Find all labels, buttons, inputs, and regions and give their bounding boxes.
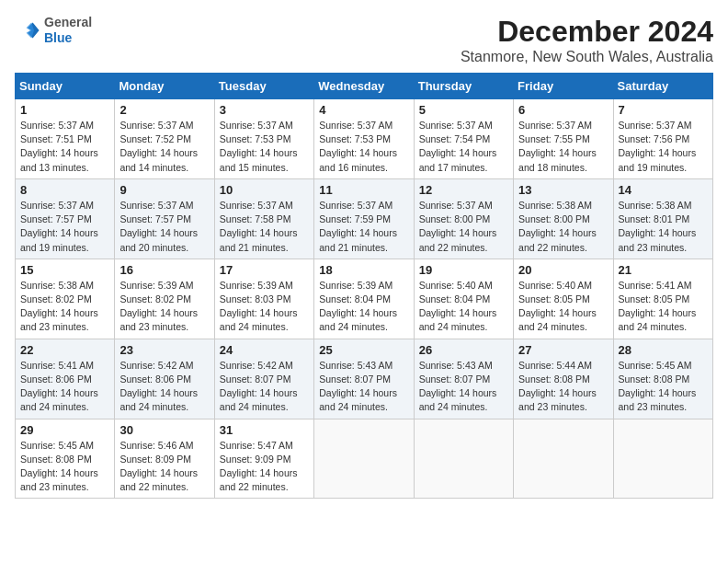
calendar-cell-17: 17Sunrise: 5:39 AMSunset: 8:03 PMDayligh… (214, 259, 313, 339)
calendar-cell-empty (613, 419, 712, 499)
calendar-cell-9: 9Sunrise: 5:37 AMSunset: 7:57 PMDaylight… (115, 178, 214, 259)
calendar-week-4: 29Sunrise: 5:45 AMSunset: 8:08 PMDayligh… (16, 419, 713, 499)
calendar-cell-6: 6Sunrise: 5:37 AMSunset: 7:55 PMDaylight… (514, 99, 613, 179)
calendar-week-3: 22Sunrise: 5:41 AMSunset: 8:06 PMDayligh… (16, 339, 713, 419)
header-tuesday: Tuesday (214, 74, 313, 99)
calendar-cell-31: 31Sunrise: 5:47 AMSunset: 9:09 PMDayligh… (214, 419, 313, 499)
calendar-cell-1: 1Sunrise: 5:37 AMSunset: 7:51 PMDaylight… (16, 99, 115, 179)
page-title: December 2024 (461, 15, 713, 49)
calendar-cell-20: 20Sunrise: 5:40 AMSunset: 8:05 PMDayligh… (514, 259, 613, 339)
logo: General Blue (15, 15, 92, 46)
page-header: General Blue December 2024 Stanmore, New… (15, 15, 713, 65)
calendar-cell-21: 21Sunrise: 5:41 AMSunset: 8:05 PMDayligh… (613, 259, 712, 339)
calendar-cell-27: 27Sunrise: 5:44 AMSunset: 8:08 PMDayligh… (514, 339, 613, 419)
logo-line1: General (44, 15, 92, 30)
calendar-cell-14: 14Sunrise: 5:38 AMSunset: 8:01 PMDayligh… (613, 178, 712, 259)
calendar-cell-empty (514, 419, 613, 499)
calendar-cell-13: 13Sunrise: 5:38 AMSunset: 8:00 PMDayligh… (514, 178, 613, 259)
calendar-cell-8: 8Sunrise: 5:37 AMSunset: 7:57 PMDaylight… (16, 178, 115, 259)
logo-text: General Blue (44, 15, 92, 46)
calendar-cell-23: 23Sunrise: 5:42 AMSunset: 8:06 PMDayligh… (115, 339, 214, 419)
header-friday: Friday (514, 74, 613, 99)
calendar-cell-30: 30Sunrise: 5:46 AMSunset: 8:09 PMDayligh… (115, 419, 214, 499)
calendar-week-0: 1Sunrise: 5:37 AMSunset: 7:51 PMDaylight… (16, 99, 713, 179)
calendar-header-row: Sunday Monday Tuesday Wednesday Thursday… (16, 74, 713, 99)
logo-icon (15, 17, 40, 43)
header-monday: Monday (115, 74, 214, 99)
calendar-cell-empty (314, 419, 414, 499)
calendar-cell-5: 5Sunrise: 5:37 AMSunset: 7:54 PMDaylight… (414, 99, 513, 179)
header-thursday: Thursday (414, 74, 513, 99)
calendar-cell-26: 26Sunrise: 5:43 AMSunset: 8:07 PMDayligh… (414, 339, 513, 419)
calendar-cell-15: 15Sunrise: 5:38 AMSunset: 8:02 PMDayligh… (16, 259, 115, 339)
calendar-cell-10: 10Sunrise: 5:37 AMSunset: 7:58 PMDayligh… (214, 178, 313, 259)
calendar-cell-4: 4Sunrise: 5:37 AMSunset: 7:53 PMDaylight… (314, 99, 414, 179)
calendar-cell-2: 2Sunrise: 5:37 AMSunset: 7:52 PMDaylight… (115, 99, 214, 179)
header-wednesday: Wednesday (314, 74, 414, 99)
calendar-cell-19: 19Sunrise: 5:40 AMSunset: 8:04 PMDayligh… (414, 259, 513, 339)
calendar-cell-7: 7Sunrise: 5:37 AMSunset: 7:56 PMDaylight… (613, 99, 712, 179)
calendar-cell-11: 11Sunrise: 5:37 AMSunset: 7:59 PMDayligh… (314, 178, 414, 259)
calendar-cell-28: 28Sunrise: 5:45 AMSunset: 8:08 PMDayligh… (613, 339, 712, 419)
calendar-week-1: 8Sunrise: 5:37 AMSunset: 7:57 PMDaylight… (16, 178, 713, 259)
calendar-cell-22: 22Sunrise: 5:41 AMSunset: 8:06 PMDayligh… (16, 339, 115, 419)
calendar-cell-12: 12Sunrise: 5:37 AMSunset: 8:00 PMDayligh… (414, 178, 513, 259)
calendar-cell-empty (414, 419, 513, 499)
logo-line2: Blue (44, 30, 92, 46)
calendar-cell-3: 3Sunrise: 5:37 AMSunset: 7:53 PMDaylight… (214, 99, 313, 179)
header-sunday: Sunday (16, 74, 115, 99)
page-subtitle: Stanmore, New South Wales, Australia (461, 49, 713, 65)
calendar-week-2: 15Sunrise: 5:38 AMSunset: 8:02 PMDayligh… (16, 259, 713, 339)
calendar-cell-24: 24Sunrise: 5:42 AMSunset: 8:07 PMDayligh… (214, 339, 313, 419)
calendar-cell-29: 29Sunrise: 5:45 AMSunset: 8:08 PMDayligh… (16, 419, 115, 499)
header-saturday: Saturday (613, 74, 712, 99)
title-block: December 2024 Stanmore, New South Wales,… (461, 15, 713, 65)
calendar-cell-18: 18Sunrise: 5:39 AMSunset: 8:04 PMDayligh… (314, 259, 414, 339)
calendar-table: Sunday Monday Tuesday Wednesday Thursday… (15, 73, 713, 499)
calendar-cell-16: 16Sunrise: 5:39 AMSunset: 8:02 PMDayligh… (115, 259, 214, 339)
calendar-cell-25: 25Sunrise: 5:43 AMSunset: 8:07 PMDayligh… (314, 339, 414, 419)
